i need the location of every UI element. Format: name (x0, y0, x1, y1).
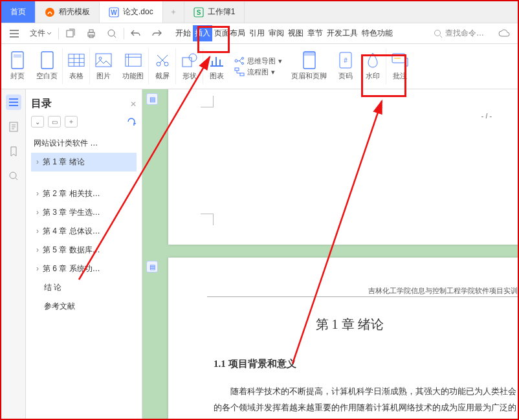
mindmap-icon (234, 56, 245, 65)
ribbon-blank-page[interactable]: 空白页 (31, 44, 63, 89)
toc-conclusion[interactable]: 结 论 (31, 278, 137, 297)
svg-rect-15 (96, 54, 111, 67)
ribbon-comment[interactable]: 批注 (386, 44, 414, 89)
svg-point-9 (108, 30, 115, 36)
toc-references[interactable]: 参考文献 (31, 297, 137, 316)
header-rule (207, 296, 518, 297)
flowchart-icon (234, 67, 245, 76)
chevron-down-icon: ▾ (278, 57, 282, 65)
print-icon[interactable] (82, 26, 100, 41)
sidebar-outline-icon[interactable] (6, 94, 21, 110)
ribbon-table[interactable]: 表格 (63, 44, 90, 89)
svg-text:W: W (111, 9, 117, 16)
svg-rect-28 (304, 52, 315, 56)
toc-chapter-5[interactable]: ›第 5 章 数据库… (31, 241, 137, 260)
ribbon-mindmap[interactable]: 思维导图 ▾ (234, 56, 282, 66)
margin-corner-icon (201, 96, 214, 107)
ribbon-func-image[interactable]: 功能图 (117, 44, 149, 89)
ribbon-header-footer[interactable]: 页眉和页脚 (286, 44, 332, 89)
svg-point-10 (435, 30, 441, 36)
ribbon-picture[interactable]: 图片 (90, 44, 117, 89)
page-number-text: - I - (481, 112, 492, 120)
tab-add[interactable]: ＋ (163, 1, 184, 23)
ribbon-diagram-stack: 思维导图 ▾ 流程图 ▾ (230, 56, 286, 77)
menu-special[interactable]: 特色功能 (360, 25, 395, 41)
tab-home-label: 首页 (10, 6, 26, 17)
menu-page-layout[interactable]: 页面布局 (212, 25, 247, 41)
menu-reference[interactable]: 引用 (247, 25, 267, 41)
ribbon-page-number[interactable]: # 页码 (332, 44, 359, 89)
menu-devtool[interactable]: 开发工具 (325, 25, 360, 41)
expand-button[interactable]: ▭ (48, 116, 61, 127)
refresh-icon[interactable] (126, 116, 137, 127)
tab-docker-label: 稻壳模板 (59, 6, 90, 17)
svg-rect-13 (41, 52, 53, 69)
ribbon-cover-page[interactable]: 封页 (4, 44, 31, 89)
header-footer-icon (301, 52, 318, 69)
menu-start[interactable]: 开始 (173, 25, 193, 41)
ribbon-chart[interactable]: 图表 (203, 44, 230, 89)
toc-chapter-6[interactable]: ›第 6 章 系统功… (31, 260, 137, 278)
picture-icon (95, 52, 112, 69)
new-tab-icon[interactable] (61, 26, 80, 41)
svg-text:S: S (196, 9, 201, 16)
ribbon-shape[interactable]: 形状 (176, 44, 203, 89)
collapse-all-button[interactable]: ⌄ (31, 116, 44, 127)
toc-chapter-2[interactable]: ›第 2 章 相关技… (31, 184, 137, 203)
cloud-icon[interactable] (494, 27, 514, 41)
tab-docker-templates[interactable]: 稻壳模板 (36, 1, 100, 23)
undo-icon[interactable] (127, 27, 145, 41)
toc-chapter-1[interactable]: ›第 1 章 绪论 (31, 153, 137, 171)
sidebar-search-icon[interactable] (6, 168, 21, 184)
plus-icon: ＋ (170, 6, 177, 17)
func-image-icon (125, 52, 142, 69)
toc-chapter-4[interactable]: ›第 4 章 总体设… (31, 222, 137, 241)
svg-text:#: # (344, 57, 348, 64)
spreadsheet-icon: S (193, 7, 204, 17)
svg-rect-26 (240, 73, 244, 76)
body-paragraph: 随着科学技术的不断提高，计算机科学日渐成熟，其强大的功能已为人类社会的各个领域并… (214, 384, 518, 419)
add-button[interactable]: ＋ (65, 116, 78, 127)
menu-insert[interactable]: 插入 (193, 25, 212, 41)
chapter-heading: 第 1 章 绪论 (168, 316, 518, 333)
tab-home[interactable]: 首页 (1, 1, 36, 23)
svg-point-33 (10, 172, 16, 179)
chevron-down-icon: ▾ (271, 68, 275, 76)
search-command[interactable]: 查找命令… (428, 28, 489, 39)
sidebar-thumbnail-icon[interactable] (6, 119, 21, 135)
toc-root[interactable]: 网站设计类软件 … (31, 134, 137, 153)
svg-point-22 (235, 60, 237, 62)
section-heading: 1.1 项目背景和意义 (214, 358, 296, 370)
sidebar-bookmark-icon[interactable] (6, 144, 21, 159)
document-canvas[interactable]: ▤ ▤ - I - 吉林化工学院信息与控制工程学院软件项目实训 第 1 章 绪论… (142, 89, 518, 419)
outline-title: 目录 (31, 97, 52, 111)
tab-document[interactable]: W 论文.doc (100, 1, 163, 23)
shape-icon (181, 52, 198, 69)
comment-icon (392, 52, 408, 69)
page-setting-icon[interactable]: ▤ (146, 93, 158, 105)
chart-icon (208, 52, 225, 69)
menu-view[interactable]: 视图 (286, 25, 305, 41)
svg-rect-7 (89, 30, 93, 32)
tab-workbook-label: 工作簿1 (208, 6, 236, 17)
close-icon[interactable]: ✕ (130, 100, 137, 109)
hamburger-icon[interactable] (5, 27, 23, 40)
ribbon-flowchart[interactable]: 流程图 ▾ (234, 67, 282, 77)
file-menu[interactable]: 文件 (26, 25, 56, 41)
tab-document-label: 论文.doc (123, 6, 153, 17)
menu-chapter[interactable]: 章节 (305, 25, 325, 41)
ribbon-watermark[interactable]: 水印 (359, 44, 386, 89)
margin-corner-icon (201, 214, 214, 225)
preview-icon[interactable] (103, 26, 121, 41)
redo-icon[interactable] (148, 27, 166, 41)
ribbon-screenshot[interactable]: 截屏 (149, 44, 176, 89)
cover-page-icon (9, 52, 26, 69)
word-doc-icon: W (109, 7, 119, 17)
blank-page-icon (39, 52, 56, 69)
page-setting-icon[interactable]: ▤ (146, 261, 158, 272)
document-page-2: 吉林化工学院信息与控制工程学院软件项目实训 第 1 章 绪论 1.1 项目背景和… (168, 258, 518, 419)
tab-workbook[interactable]: S 工作簿1 (184, 1, 245, 23)
watermark-icon (364, 52, 381, 69)
menu-review[interactable]: 审阅 (267, 25, 286, 41)
toc-chapter-3[interactable]: ›第 3 章 学生选… (31, 203, 137, 222)
